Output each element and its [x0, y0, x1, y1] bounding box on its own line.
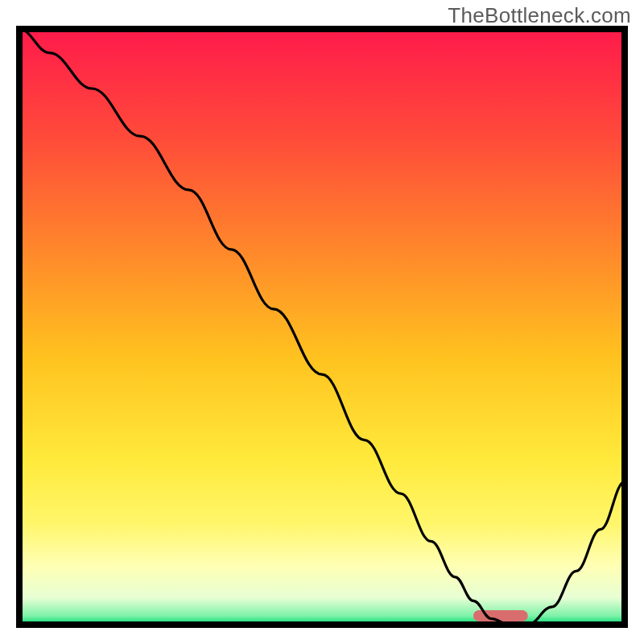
bottleneck-chart [0, 0, 644, 644]
svg-rect-0 [19, 29, 625, 625]
watermark-text: TheBottleneck.com [448, 3, 631, 28]
chart-container: TheBottleneck.com [0, 0, 644, 644]
svg-rect-1 [473, 610, 528, 621]
